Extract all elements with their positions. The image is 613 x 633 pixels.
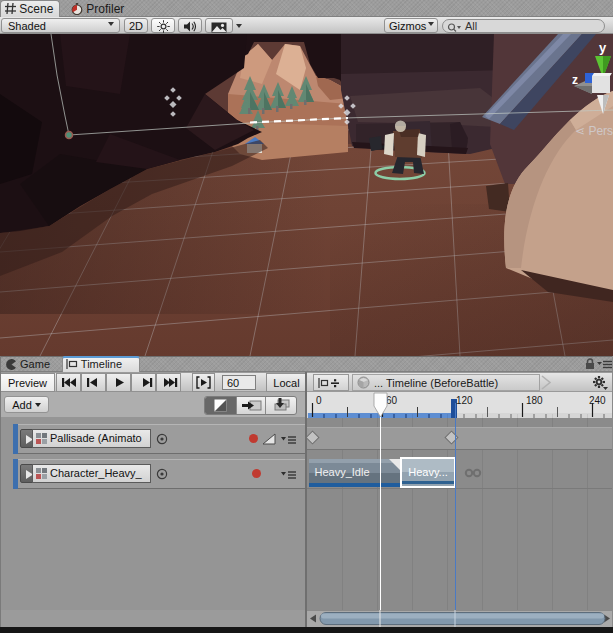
svg-text:120: 120 — [456, 395, 473, 406]
svg-text:Heavy_Idle: Heavy_Idle — [314, 466, 369, 478]
svg-text:180: 180 — [526, 395, 543, 406]
svg-text:240: 240 — [589, 395, 606, 406]
svg-text:⋖ Persp: ⋖ Persp — [575, 124, 613, 138]
svg-text:0: 0 — [316, 395, 322, 406]
svg-text:y: y — [599, 40, 607, 55]
svg-text:Heavy...: Heavy... — [408, 466, 448, 478]
svg-text:z: z — [572, 73, 578, 87]
